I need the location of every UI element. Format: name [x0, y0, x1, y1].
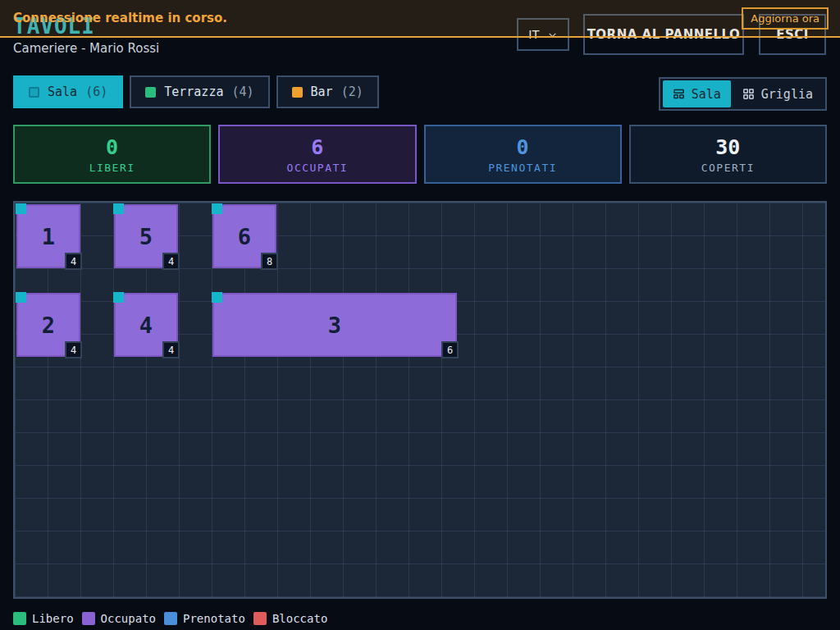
seats-badge: 8: [261, 253, 278, 270]
drag-handle[interactable]: [16, 203, 26, 214]
drag-handle[interactable]: [16, 292, 26, 303]
prenotato-color-swatch: [164, 612, 177, 625]
seats-badge: 4: [65, 341, 82, 358]
tab-bar[interactable]: Bar (2): [276, 75, 379, 108]
table-6[interactable]: 6 8: [212, 204, 276, 268]
table-1[interactable]: 1 4: [16, 204, 80, 268]
table-number: 4: [139, 313, 153, 338]
seats-badge: 4: [162, 341, 180, 358]
tab-label: Terrazza: [164, 84, 223, 99]
drag-handle[interactable]: [113, 203, 124, 214]
table-number: 2: [42, 313, 55, 338]
grid-icon: [742, 88, 755, 100]
legend-label: Occupato: [101, 612, 156, 625]
drag-handle[interactable]: [212, 203, 222, 214]
view-mode-toggle: Sala Griglia: [659, 77, 827, 111]
status-legend: Libero Occupato Prenotato Bloccato: [13, 612, 327, 625]
table-number: 6: [238, 224, 251, 249]
table-5[interactable]: 5 4: [114, 204, 178, 268]
stat-liberi: 0 LIBERI: [13, 125, 211, 184]
stat-label: PRENOTATI: [488, 162, 557, 174]
bloccato-color-swatch: [253, 612, 267, 625]
table-number: 3: [328, 313, 341, 338]
stat-label: COPERTI: [701, 162, 755, 174]
legend-label: Prenotato: [183, 612, 245, 625]
stat-value: 30: [715, 135, 740, 159]
view-option-label: Griglia: [761, 87, 813, 102]
stat-label: LIBERI: [89, 162, 135, 174]
tab-count: (2): [341, 84, 363, 99]
tab-count: (4): [231, 84, 253, 99]
stat-coperti: 30 COPERTI: [629, 125, 827, 184]
seats-badge: 6: [441, 341, 459, 358]
bar-area-icon: [292, 87, 303, 98]
tab-count: (6): [85, 84, 107, 99]
realtime-connection-banner: Connessione realtime in corso. Aggiorna …: [0, 0, 840, 38]
stat-prenotati: 0 PRENOTATI: [424, 125, 622, 184]
legend-label: Bloccato: [272, 612, 327, 625]
table-2[interactable]: 2 4: [16, 293, 80, 357]
view-option-label: Sala: [692, 87, 721, 102]
tab-terrazza[interactable]: Terrazza (4): [130, 75, 269, 108]
stat-occupati: 6 OCCUPATI: [218, 125, 416, 184]
sala-area-icon: [29, 87, 39, 98]
libero-color-swatch: [13, 612, 26, 625]
user-role-subtitle: Cameriere - Mario Rossi: [13, 41, 159, 56]
seats-badge: 4: [162, 253, 180, 270]
drag-handle[interactable]: [212, 292, 222, 303]
table-number: 5: [139, 224, 153, 249]
occupato-color-swatch: [82, 612, 95, 625]
connection-status-text: Connessione realtime in corso.: [13, 11, 227, 25]
legend-label: Libero: [32, 612, 74, 625]
refresh-now-button[interactable]: Aggiorna ora: [742, 7, 829, 30]
area-tabs: Sala (6) Terrazza (4) Bar (2): [13, 75, 379, 108]
view-griglia-button[interactable]: Griglia: [733, 80, 823, 107]
legend-item-occupato: Occupato: [82, 612, 156, 625]
tab-label: Sala: [48, 84, 77, 99]
stat-value: 6: [311, 135, 323, 159]
tab-sala[interactable]: Sala (6): [13, 75, 123, 108]
drag-handle[interactable]: [113, 292, 124, 303]
legend-item-libero: Libero: [13, 612, 74, 625]
stat-value: 0: [106, 135, 118, 159]
floor-plan: 1 4 5 4 6 8 2 4 4 4 3 6: [13, 201, 827, 599]
stat-value: 0: [517, 135, 529, 159]
stats-row: 0 LIBERI 6 OCCUPATI 0 PRENOTATI 30 COPER…: [13, 125, 827, 184]
table-3[interactable]: 3 6: [212, 293, 457, 357]
legend-item-bloccato: Bloccato: [253, 612, 327, 625]
floor-layout-icon: [673, 88, 685, 100]
view-sala-button[interactable]: Sala: [663, 80, 731, 107]
table-4[interactable]: 4 4: [114, 293, 178, 357]
table-number: 1: [42, 224, 55, 249]
legend-item-prenotato: Prenotato: [164, 612, 245, 625]
tab-label: Bar: [311, 84, 333, 99]
terrazza-area-icon: [145, 87, 156, 98]
stat-label: OCCUPATI: [287, 162, 349, 174]
seats-badge: 4: [65, 253, 82, 270]
